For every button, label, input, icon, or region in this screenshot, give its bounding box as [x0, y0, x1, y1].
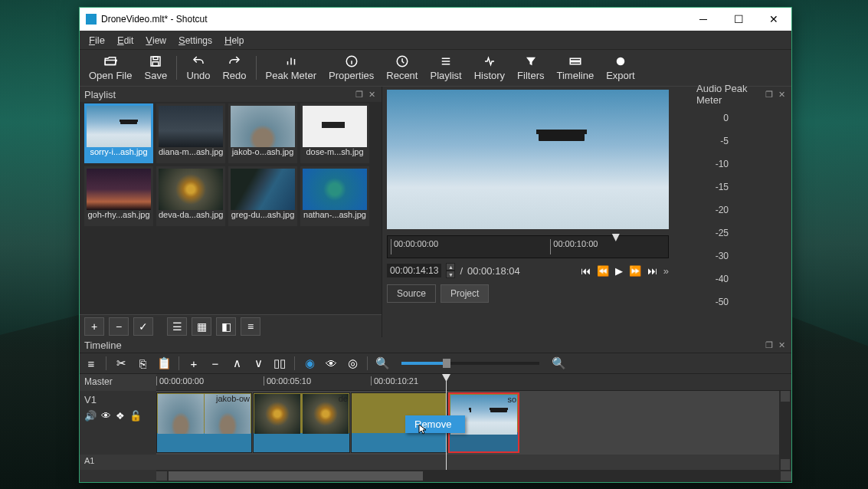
playlist-view-tiles-button[interactable]: ▦ [192, 317, 211, 336]
menu-help[interactable]: Help [218, 32, 250, 48]
lock-icon[interactable]: 🔓 [129, 410, 142, 422]
scrub-button[interactable]: 👁 [324, 357, 338, 370]
filters-button[interactable]: Filters [511, 53, 550, 83]
track-v1[interactable]: jakob-owdeso [156, 391, 791, 455]
timeline-clip[interactable]: de [253, 392, 350, 453]
playlist-item[interactable]: goh-rhy...ash.jpg [84, 166, 153, 226]
menu-file[interactable]: File [83, 32, 111, 48]
composite-icon[interactable]: ❖ [116, 410, 125, 422]
meter-close-button[interactable]: ✕ [776, 89, 787, 100]
playlist-item[interactable]: sorry-i...ash.jpg [84, 103, 153, 163]
timecode-up[interactable]: ▲ [446, 263, 455, 271]
playlist-close-button[interactable]: ✕ [366, 89, 377, 100]
timeline-tracks[interactable]: 00:00:00:0000:00:05:1000:00:10:21 jakob-… [156, 374, 791, 470]
peak-meter-button[interactable]: Peak Meter [260, 53, 323, 83]
timeline-clip[interactable]: jakob-ow [156, 392, 252, 453]
maximize-button[interactable]: ☐ [721, 8, 756, 31]
rewind-button[interactable]: ⏪ [597, 265, 609, 277]
ripple-button[interactable]: ◎ [346, 356, 359, 370]
menu-edit[interactable]: Edit [111, 32, 139, 48]
export-button[interactable]: Export [600, 53, 641, 83]
play-button[interactable]: ▶ [615, 265, 623, 277]
hide-icon[interactable]: 👁 [101, 410, 111, 422]
playlist-button[interactable]: Playlist [424, 53, 467, 83]
lift-button[interactable]: ∧ [230, 356, 244, 370]
meter-tick: -5 [720, 136, 729, 146]
timeline-body: Master V1 🔊 👁 ❖ 🔓 A1 00:00:00:0000:00:05… [80, 374, 791, 470]
zoom-out-button[interactable]: 🔍 [375, 356, 389, 370]
timecode-down[interactable]: ▼ [446, 271, 455, 278]
playlist-item[interactable]: nathan-...ash.jpg [300, 166, 369, 226]
thumbnail-label: dose-m...sh.jpg [303, 147, 367, 161]
playlist-remove-button[interactable]: − [109, 317, 129, 336]
playlist-float-button[interactable]: ❐ [354, 89, 365, 100]
timeline-button[interactable]: Timeline [551, 53, 601, 83]
menu-view[interactable]: View [139, 32, 172, 48]
playlist-item[interactable]: deva-da...ash.jpg [156, 166, 225, 226]
svg-point-7 [617, 57, 625, 66]
track-a1[interactable] [156, 455, 791, 470]
copy-button[interactable]: ⎘ [136, 357, 149, 370]
open-file-button[interactable]: Open File [83, 53, 138, 83]
scrub-playhead[interactable] [612, 234, 620, 241]
redo-button[interactable]: Redo [216, 53, 252, 83]
preview-scrubber[interactable]: 00:00:00:00 00:00:10:00 [387, 235, 669, 258]
timeline-toolbar: ≡ ✂ ⎘ 📋 + − ∧ ∨ ▯▯ ◉ 👁 ◎ 🔍 🔍 [80, 353, 791, 374]
history-button[interactable]: History [468, 53, 511, 83]
menu-settings[interactable]: Settings [172, 32, 218, 48]
append-button[interactable]: + [187, 357, 201, 370]
track-head-a1[interactable]: A1 [80, 455, 156, 470]
playlist-grid[interactable]: sorry-i...ash.jpgdiana-m...ash.jpgjakob-… [80, 102, 382, 314]
overwrite-button[interactable]: ∨ [251, 356, 265, 370]
transport-bar: 00:00:14:13 ▲▼ / 00:00:18:04 ⏮ ⏪ ▶ ⏩ ⏭ » [387, 260, 669, 281]
recent-button[interactable]: Recent [380, 53, 424, 83]
zoom-slider[interactable] [401, 362, 539, 365]
playlist-view-detail-button[interactable]: ☰ [167, 317, 187, 336]
thumbnail-label: deva-da...ash.jpg [159, 210, 223, 224]
playlist-add-button[interactable]: + [84, 317, 104, 336]
playlist-update-button[interactable]: ✓ [133, 317, 153, 336]
playlist-item[interactable]: dose-m...sh.jpg [300, 103, 369, 163]
timeline-scrollbar-h[interactable] [156, 470, 791, 482]
loop-button[interactable]: » [663, 265, 669, 277]
remove-button[interactable]: − [208, 357, 222, 370]
playlist-view-icons-button[interactable]: ◧ [216, 317, 236, 336]
cut-button[interactable]: ✂ [114, 356, 128, 370]
playlist-view-list-button[interactable]: ≡ [241, 317, 260, 336]
app-icon [86, 14, 97, 25]
save-button[interactable]: Save [138, 53, 173, 83]
playlist-item[interactable]: jakob-o...ash.jpg [228, 103, 297, 163]
minimize-button[interactable]: ─ [686, 8, 721, 31]
svg-rect-5 [570, 58, 581, 61]
toolbar: Open File Save Undo Redo Peak Meter Prop… [80, 49, 791, 87]
timeline-ruler[interactable]: 00:00:00:0000:00:05:1000:00:10:21 [156, 374, 791, 391]
undo-button[interactable]: Undo [180, 53, 216, 83]
meter-float-button[interactable]: ❐ [764, 89, 775, 100]
paste-button[interactable]: 📋 [157, 356, 171, 370]
forward-button[interactable]: ⏩ [629, 265, 641, 277]
track-head-master[interactable]: Master [80, 374, 156, 391]
ruler-mark: 00:00:00:00 [156, 376, 204, 386]
close-button[interactable]: ✕ [756, 8, 791, 31]
preview-viewport[interactable] [387, 90, 669, 229]
tab-source[interactable]: Source [387, 284, 436, 303]
snap-button[interactable]: ◉ [303, 356, 316, 370]
track-head-v1[interactable]: V1 🔊 👁 ❖ 🔓 [80, 391, 156, 455]
mute-icon[interactable]: 🔊 [84, 410, 97, 422]
tab-project[interactable]: Project [441, 284, 489, 303]
thumbnail [159, 106, 223, 147]
thumbnail [87, 106, 151, 147]
properties-button[interactable]: Properties [323, 53, 380, 83]
timeline-menu-button[interactable]: ≡ [84, 357, 98, 370]
thumbnail-label: diana-m...ash.jpg [159, 147, 223, 161]
playlist-item[interactable]: greg-du...ash.jpg [228, 166, 297, 226]
timeline-scrollbar-v[interactable] [779, 391, 791, 470]
playlist-item[interactable]: diana-m...ash.jpg [156, 103, 225, 163]
skip-start-button[interactable]: ⏮ [581, 265, 591, 277]
timeline-close-button[interactable]: ✕ [776, 340, 787, 350]
split-button[interactable]: ▯▯ [273, 356, 287, 370]
zoom-in-button[interactable]: 🔍 [552, 356, 565, 370]
timeline-float-button[interactable]: ❐ [764, 340, 775, 350]
skip-end-button[interactable]: ⏭ [647, 265, 657, 277]
timecode-current[interactable]: 00:00:14:13 [387, 264, 441, 277]
